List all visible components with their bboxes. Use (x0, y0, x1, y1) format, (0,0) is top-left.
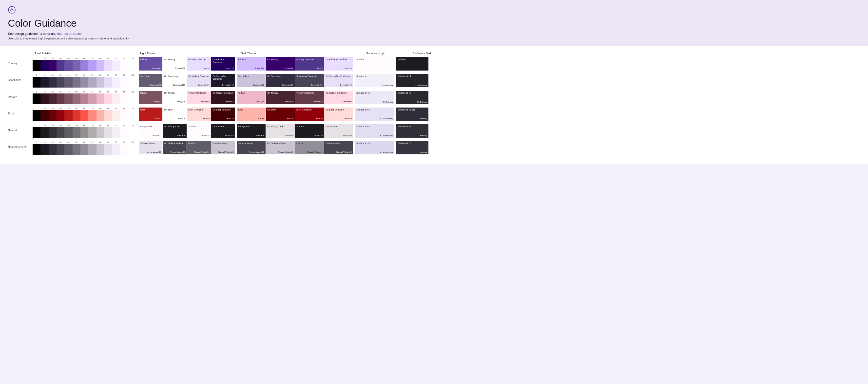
tonal-swatch (81, 93, 88, 104)
surface-card: Surface (396, 57, 429, 70)
card-label: Error Container (297, 108, 322, 111)
tonal-number: 0 (33, 74, 40, 76)
color-card: Secondary ContainerSecondary30 (295, 74, 324, 87)
surface-accent: Primary (398, 151, 427, 153)
tonal-number: 95 (112, 141, 120, 143)
surface-card: Surface at +2+ 8% Primary (355, 91, 394, 104)
tonal-swatch (40, 60, 49, 71)
surface-label: Surface at +3 (398, 125, 427, 128)
surface-card: Surface at +1+ 5% Primary (396, 74, 429, 87)
tonal-number: 10 (40, 74, 49, 76)
card-sublabel: Secondary40 (140, 84, 161, 86)
tonal-swatch (88, 144, 96, 155)
main-content: Tonal Palettes Light Theme Dark Theme Su… (0, 46, 868, 164)
section-headers: Tonal Palettes Light Theme Dark Theme Su… (8, 52, 860, 55)
tonal-number: 40 (64, 91, 72, 93)
tonal-number: 20 (49, 141, 57, 143)
card-sublabel: Neutral-Variant60 (297, 151, 322, 153)
card-label: Secondary Container (188, 75, 210, 78)
color-card: Primary ContainerPrimary90 (187, 57, 211, 70)
card-sublabel: Error90 (188, 118, 210, 120)
tonal-number: 40 (64, 107, 72, 110)
card-label: Outline (297, 142, 322, 145)
tonal-number: 99 (120, 74, 128, 76)
tonal-swatch (57, 144, 64, 155)
card-label: On Tertiary (164, 92, 185, 94)
tonal-number: 60 (81, 107, 88, 110)
color-card: On BackgroundNeutral10 (163, 124, 187, 138)
color-card: Secondary ContainerSecondary90 (187, 74, 211, 87)
tonal-swatch (64, 77, 72, 88)
row-label: Neutral Variant (8, 141, 33, 149)
tonal-number: 20 (49, 124, 57, 127)
tonal-number: 20 (49, 91, 57, 93)
tonal-number: 30 (57, 57, 64, 59)
svg-point-0 (8, 6, 15, 13)
card-sublabel: Secondary90 (188, 84, 210, 86)
color-card: TertiaryTertiary80 (237, 91, 266, 104)
tonal-number: 70 (88, 91, 96, 93)
tonal-swatch (88, 93, 96, 104)
tonal-swatch (104, 110, 112, 121)
surface-accent: Primary (398, 134, 427, 137)
color-card: On ErrorError100 (163, 107, 187, 121)
card-sublabel: Primary20 (267, 67, 293, 69)
color-card: On Primary ContainerPrimary90 (324, 57, 353, 70)
card-label: On Primary Container (326, 58, 352, 61)
card-label: Secondary (140, 75, 161, 78)
tonal-swatch (128, 144, 136, 155)
tonal-swatch (120, 60, 128, 71)
tonal-number: 70 (88, 124, 96, 127)
tonal-swatch (81, 127, 88, 138)
tonal-number: 99 (120, 124, 128, 127)
tonal-swatch (120, 93, 128, 104)
color-card: On Primary ContainerPrimary10 (211, 57, 235, 70)
tonal-number: 20 (49, 74, 57, 76)
tonal-number: 80 (96, 107, 104, 110)
tonal-number: 80 (96, 57, 104, 59)
card-label: Background (238, 125, 264, 128)
interaction-states-link[interactable]: interaction states (57, 32, 82, 35)
surface-card: Surface at +4+ 12% Primary (355, 124, 394, 138)
tonal-swatch (64, 93, 72, 104)
tonal-number: 60 (81, 57, 88, 59)
color-card: On SecondarySecondary100 (163, 74, 187, 87)
tonal-swatch (120, 77, 128, 88)
tonal-number: 0 (33, 91, 40, 93)
surface-label: Surface at +1 (398, 75, 427, 77)
surface-card: Surface (355, 57, 394, 70)
color-card: On PrimaryPrimary100 (163, 57, 187, 70)
color-card: On Tertiary ContainerTertiary90 (324, 91, 353, 104)
card-sublabel: Error80 (238, 118, 264, 120)
tonal-number: 80 (96, 91, 104, 93)
theme-group: Surface VariantNeutral-Variant30On Surfa… (237, 141, 353, 154)
tonal-number: 20 (49, 57, 57, 59)
color-card: On SurfaceNeutral10 (211, 124, 235, 138)
surface-accent: + 11% Primary (356, 118, 393, 120)
surface-label: Surface (398, 58, 427, 61)
card-sublabel: Error30 (297, 118, 322, 120)
color-card: On SecondarySecondary20 (266, 74, 295, 87)
row-label: Primary (8, 57, 33, 65)
tonal-number: 40 (64, 124, 72, 127)
card-sublabel: Tertiary80 (238, 101, 264, 103)
card-label: On Secondary Container (213, 75, 234, 81)
card-label: On Surface (326, 125, 352, 128)
card-label: Secondary (238, 75, 264, 78)
tonal-number: 90 (104, 91, 112, 93)
card-sublabel: Neutral90 (326, 134, 352, 137)
surface-label: Surface at +4 (356, 125, 393, 128)
description: Use color to create meaningful experienc… (8, 37, 860, 40)
tonal-swatch (57, 110, 64, 121)
card-sublabel: Neutral-Variant30 (238, 151, 264, 153)
tonal-number: 60 (81, 91, 88, 93)
tonal-swatch (88, 127, 96, 138)
card-sublabel: Neutral-Variant30 (326, 151, 352, 153)
tonal-number: 95 (112, 74, 120, 76)
tonal-number: 100 (128, 91, 136, 93)
subtitle: See design guideline for color and inter… (8, 32, 860, 35)
color-link[interactable]: color (43, 32, 50, 35)
tonal-palette: 01020304050607080909599100 (33, 57, 136, 71)
card-sublabel: Primary90 (188, 67, 210, 69)
tonal-swatch (72, 77, 81, 88)
